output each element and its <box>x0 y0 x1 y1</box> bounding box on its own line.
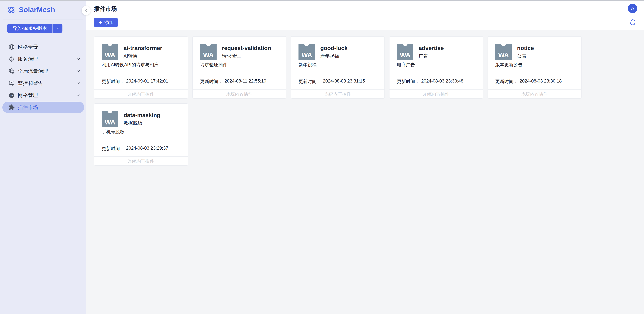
wasm-plugin-icon: WA <box>397 44 413 60</box>
wasm-plugin-icon: WA <box>102 44 118 60</box>
plugin-card-head: WA notice 公告 <box>495 44 574 60</box>
plugin-alias: 公告 <box>517 53 534 59</box>
chevron-down-icon[interactable] <box>76 56 81 61</box>
plugin-card-head: WA advertise 广告 <box>397 44 476 60</box>
plugin-description: 版本更新公告 <box>495 62 574 67</box>
plugin-source-tag: 系统内置插件 <box>94 156 188 165</box>
plugin-grid: WA ai-transformer AI转换 利用AI转换API的请求与相应 更… <box>86 30 644 314</box>
update-time-value: 2024-09-01 17:42:01 <box>126 78 168 84</box>
plugin-description: 电商广告 <box>397 62 476 67</box>
plugin-source-tag: 系统内置插件 <box>94 89 188 98</box>
globe-gear-icon <box>8 68 15 74</box>
chevron-left-icon <box>84 8 89 13</box>
plugin-description: 手机号脱敏 <box>102 129 180 135</box>
plugin-source-tag: 系统内置插件 <box>291 89 384 98</box>
chevron-down-icon[interactable] <box>76 93 81 98</box>
wasm-plugin-icon: WA <box>495 44 512 60</box>
wasm-plugin-icon: WA <box>102 111 118 127</box>
plus-icon <box>98 20 102 24</box>
plugin-card-head: WA good-luck 新年祝福 <box>298 44 377 60</box>
plugin-card-head: WA request-validation 请求验证 <box>200 44 279 60</box>
plugin-description: 利用AI转换API的请求与相应 <box>102 62 180 67</box>
plugin-card-body: WA ai-transformer AI转换 利用AI转换API的请求与相应 更… <box>94 36 188 89</box>
plugin-card-body: WA advertise 广告 电商广告 更新时间： 2024-08-03 23… <box>390 36 483 89</box>
plugin-name: ai-transformer <box>124 45 162 51</box>
svg-text:SM: SM <box>10 94 13 97</box>
plugin-source-tag: 系统内置插件 <box>488 89 581 98</box>
plugin-card-data-masking[interactable]: WA data-masking 数据脱敏 手机号脱敏 更新时间： 2024-08… <box>94 103 188 166</box>
plugin-name: data-masking <box>124 112 160 118</box>
wasm-icon-label: WA <box>498 52 509 60</box>
update-time-value: 2024-08-03 23:31:15 <box>323 78 365 84</box>
plugin-update-time: 更新时间： 2024-09-01 17:42:01 <box>102 78 180 84</box>
plugin-card-body: WA notice 公告 版本更新公告 更新时间： 2024-08-03 23:… <box>488 36 581 89</box>
plugin-card-ai-transformer[interactable]: WA ai-transformer AI转换 利用AI转换API的请求与相应 更… <box>94 36 188 99</box>
chevron-down-icon[interactable] <box>53 26 62 30</box>
update-time-label: 更新时间： <box>298 78 321 84</box>
update-time-value: 2024-08-11 22:55:10 <box>224 78 266 84</box>
sidebar-item-monitoring-alerts[interactable]: 监控和警告 <box>2 77 84 89</box>
plugin-name: notice <box>517 45 534 51</box>
plugin-update-time: 更新时间： 2024-08-03 23:30:48 <box>397 78 476 84</box>
plugin-update-time: 更新时间： 2024-08-03 23:30:18 <box>495 78 574 84</box>
update-time-label: 更新时间： <box>200 78 223 84</box>
window-top-edge <box>0 0 644 1</box>
update-time-value: 2024-08-03 23:30:18 <box>520 78 562 84</box>
sm-badge-icon: SM <box>8 92 15 98</box>
app-name: SolarMesh <box>19 6 55 14</box>
page-title: 插件市场 <box>94 5 117 13</box>
plugin-card-notice[interactable]: WA notice 公告 版本更新公告 更新时间： 2024-08-03 23:… <box>488 36 582 99</box>
update-time-label: 更新时间： <box>102 78 124 84</box>
sidebar-item-mesh-management[interactable]: SM 网格管理 <box>2 90 84 101</box>
plugin-description: 新年祝福 <box>298 62 377 67</box>
plugin-card-advertise[interactable]: WA advertise 广告 电商广告 更新时间： 2024-08-03 23… <box>389 36 483 99</box>
wasm-plugin-icon: WA <box>298 44 315 60</box>
plugin-card-good-luck[interactable]: WA good-luck 新年祝福 新年祝福 更新时间： 2024-08-03 … <box>291 36 385 99</box>
plugin-update-time: 更新时间： 2024-08-11 22:55:10 <box>200 78 279 84</box>
wasm-icon-label: WA <box>302 52 312 60</box>
plugin-card-request-validation[interactable]: WA request-validation 请求验证 请求验证插件 更新时间： … <box>192 36 286 99</box>
plugin-card-head: WA data-masking 数据脱敏 <box>102 111 180 127</box>
refresh-icon[interactable] <box>629 19 636 26</box>
add-plugin-label: 添加 <box>104 19 114 25</box>
plugin-source-tag: 系统内置插件 <box>390 89 483 98</box>
globe-icon <box>8 44 15 50</box>
add-plugin-button[interactable]: 添加 <box>94 18 118 27</box>
wasm-plugin-icon: WA <box>200 44 216 60</box>
sidebar-nav: 网格全景 服务治理 全局流量治理 监控和警告 SM 网格管理 插件市场 <box>0 41 86 113</box>
chevron-down-icon[interactable] <box>76 81 81 86</box>
plugin-description: 请求验证插件 <box>200 62 279 67</box>
puzzle-icon <box>8 104 15 111</box>
nav-caret-spacer <box>76 44 81 49</box>
plugin-alias: 请求验证 <box>222 53 271 59</box>
import-k8s-label: 导入k8s服务/版本 <box>7 25 52 31</box>
sidebar-item-mesh-overview[interactable]: 网格全景 <box>2 41 84 53</box>
update-time-label: 更新时间： <box>397 78 420 84</box>
plugin-card-body: WA good-luck 新年祝福 新年祝福 更新时间： 2024-08-03 … <box>291 36 384 89</box>
plugin-alias: 新年祝福 <box>320 53 348 59</box>
sidebar-collapse-button[interactable] <box>82 6 91 15</box>
sidebar-item-service-governance[interactable]: 服务治理 <box>2 53 84 65</box>
plugin-card-body: WA request-validation 请求验证 请求验证插件 更新时间： … <box>193 36 286 89</box>
plugin-card-body: WA data-masking 数据脱敏 手机号脱敏 更新时间： 2024-08… <box>94 104 188 156</box>
plugin-name: request-validation <box>222 45 271 51</box>
update-time-value: 2024-08-03 23:29:37 <box>126 146 168 152</box>
plugin-alias: AI转换 <box>124 53 162 59</box>
app-logo[interactable]: SolarMesh <box>0 0 86 14</box>
user-avatar[interactable]: A <box>628 4 637 13</box>
chevron-down-icon[interactable] <box>76 69 81 74</box>
sidebar-item-global-traffic-governance[interactable]: 全局流量治理 <box>2 65 84 77</box>
plugin-update-time: 更新时间： 2024-08-03 23:31:15 <box>298 78 377 84</box>
import-k8s-button[interactable]: 导入k8s服务/版本 <box>7 24 62 33</box>
import-row: 导入k8s服务/版本 <box>0 19 86 33</box>
wasm-icon-label: WA <box>400 52 410 60</box>
plugin-card-head: WA ai-transformer AI转换 <box>102 44 180 60</box>
page-header: 插件市场 添加 A <box>86 0 644 30</box>
update-time-value: 2024-08-03 23:30:48 <box>421 78 463 84</box>
update-time-label: 更新时间： <box>102 146 124 152</box>
service-dots-icon <box>8 56 15 62</box>
wasm-icon-label: WA <box>105 52 115 60</box>
wasm-icon-label: WA <box>203 52 214 60</box>
sidebar-item-plugin-market[interactable]: 插件市场 <box>2 102 84 113</box>
solarmesh-logo-icon <box>7 5 16 14</box>
